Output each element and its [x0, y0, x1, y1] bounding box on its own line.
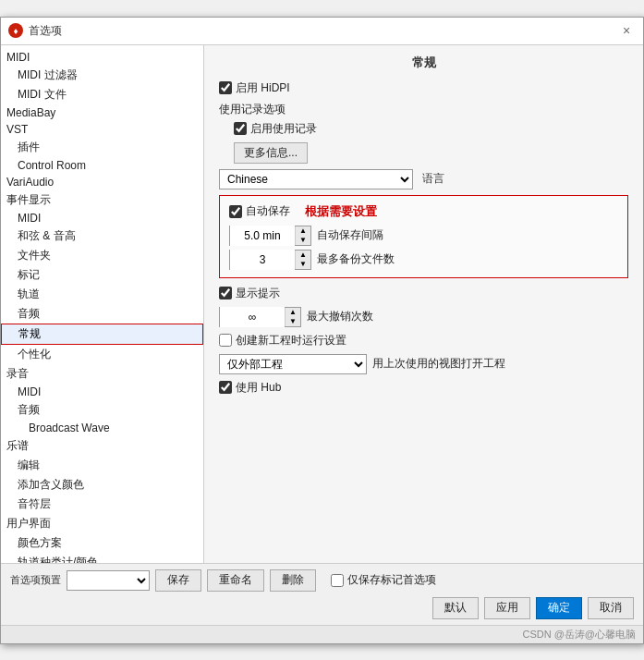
- rename-button[interactable]: 重命名: [207, 569, 264, 592]
- autosave-check-wrap: 自动保存: [229, 203, 290, 219]
- sidebar-item-symbol-layer[interactable]: 音符层: [1, 495, 203, 514]
- save-button[interactable]: 保存: [155, 569, 201, 592]
- undo-input[interactable]: ∞: [220, 307, 285, 327]
- sidebar-item-broadcast-wave[interactable]: Broadcast Wave: [1, 420, 203, 436]
- close-button[interactable]: ×: [617, 21, 636, 40]
- language-label: 语言: [422, 171, 444, 187]
- keep-label-wrap: 仅保存标记首选项: [331, 572, 436, 588]
- hidpi-checkbox[interactable]: [219, 81, 232, 94]
- sidebar: MIDIMIDI 过滤器MIDI 文件MediaBayVST插件Control …: [1, 45, 204, 563]
- autosave-files-down[interactable]: ▼: [296, 260, 310, 269]
- keep-checkbox[interactable]: [331, 574, 344, 587]
- hidpi-check-wrap: 启用 HiDPI: [219, 80, 290, 96]
- usage-section-label: 使用记录选项: [219, 102, 628, 117]
- show-hints-label: 显示提示: [236, 286, 280, 301]
- tree-container: MIDIMIDI 过滤器MIDI 文件MediaBayVST插件Control …: [1, 49, 203, 563]
- autosave-section: 自动保存 根据需要设置 5.0 min ▲ ▼ 自动保存间隔: [219, 195, 628, 278]
- sidebar-item-midi-filter[interactable]: MIDI 过滤器: [1, 66, 203, 85]
- usage-check-row: 启用使用记录: [219, 121, 628, 137]
- usage-check-wrap: 启用使用记录: [234, 121, 317, 137]
- use-hub-checkbox[interactable]: [219, 381, 232, 394]
- autosave-interval-up[interactable]: ▲: [296, 226, 310, 236]
- undo-up[interactable]: ▲: [286, 308, 300, 317]
- create-project-checkbox[interactable]: [219, 334, 232, 347]
- autosave-interval-input[interactable]: 5.0 min: [230, 226, 295, 246]
- preferences-window: ♦ 首选项 × MIDIMIDI 过滤器MIDI 文件MediaBayVST插件…: [0, 17, 644, 644]
- sidebar-item-edit-editing[interactable]: 编辑: [1, 456, 203, 475]
- sidebar-item-folder[interactable]: 文件夹: [1, 246, 203, 265]
- sidebar-item-editing[interactable]: 乐谱: [1, 436, 203, 456]
- title-bar-left: ♦ 首选项: [8, 23, 62, 39]
- autosave-interval-label: 自动保存间隔: [317, 227, 383, 243]
- undo-spinbox: ∞ ▲ ▼: [219, 307, 301, 327]
- sidebar-item-video[interactable]: 音频: [1, 304, 203, 324]
- autosave-files-input[interactable]: 3: [230, 250, 295, 270]
- create-project-row: 创建新工程时运行设置: [219, 333, 628, 348]
- sidebar-item-rec-midi[interactable]: MIDI: [1, 384, 203, 400]
- autosave-interval-spinbox: 5.0 min ▲ ▼: [229, 226, 311, 246]
- show-hints-check-wrap: 显示提示: [219, 286, 280, 301]
- more-info-row: 更多信息...: [219, 142, 628, 164]
- sidebar-item-general[interactable]: 常规: [1, 324, 203, 345]
- preset-select[interactable]: [67, 570, 150, 591]
- project-open-row: 仅外部工程 用上次使用的视图打开工程: [219, 354, 628, 374]
- ok-button[interactable]: 确定: [536, 597, 582, 619]
- undo-row: ∞ ▲ ▼ 最大撤销次数: [219, 307, 628, 327]
- default-button[interactable]: 默认: [432, 597, 479, 619]
- watermark: CSDN @岳涛@心馨电脑: [1, 625, 643, 643]
- app-icon: ♦: [8, 23, 23, 38]
- section-title: 常规: [219, 55, 628, 71]
- autosave-files-up[interactable]: ▲: [296, 251, 310, 260]
- use-hub-check-wrap: 使用 Hub: [219, 380, 281, 396]
- undo-down[interactable]: ▼: [286, 317, 300, 326]
- sidebar-item-track[interactable]: 轨道: [1, 285, 203, 304]
- more-info-button[interactable]: 更多信息...: [234, 142, 308, 164]
- use-hub-label: 使用 Hub: [236, 380, 281, 396]
- sidebar-item-user-interface[interactable]: 用户界面: [1, 514, 203, 533]
- sidebar-item-add-color[interactable]: 添加含义颜色: [1, 475, 203, 495]
- show-hints-checkbox[interactable]: [219, 287, 232, 299]
- usage-label: 启用使用记录: [250, 121, 317, 137]
- preset-row: 首选项预置 保存 重命名 删除 仅保存标记首选项: [10, 569, 634, 592]
- undo-arrows: ▲ ▼: [285, 308, 300, 326]
- autosave-files-arrows: ▲ ▼: [295, 251, 310, 269]
- hidpi-label: 启用 HiDPI: [236, 80, 290, 96]
- language-row: Chinese 语言: [219, 169, 628, 189]
- autosave-checkbox[interactable]: [229, 205, 242, 218]
- use-hub-row: 使用 Hub: [219, 380, 628, 396]
- project-open-select[interactable]: 仅外部工程: [219, 354, 367, 374]
- usage-checkbox[interactable]: [234, 122, 247, 135]
- sidebar-item-track-type-color[interactable]: 轨道种类计/颜色: [1, 553, 203, 563]
- apply-button[interactable]: 应用: [484, 597, 530, 619]
- action-row: 默认 应用 确定 取消: [10, 597, 634, 619]
- sidebar-item-control-room[interactable]: Control Room: [1, 157, 203, 174]
- sidebar-item-event-midi[interactable]: MIDI: [1, 210, 203, 226]
- hint-text: 根据需要设置: [305, 203, 377, 220]
- sidebar-item-rec-audio[interactable]: 音频: [1, 400, 203, 420]
- project-open-label: 用上次使用的视图打开工程: [372, 356, 505, 372]
- sidebar-item-midi-file[interactable]: MIDI 文件: [1, 85, 203, 104]
- delete-button[interactable]: 删除: [270, 569, 316, 592]
- preset-label: 首选项预置: [10, 573, 61, 587]
- sidebar-item-personalize[interactable]: 个性化: [1, 345, 203, 364]
- cancel-button[interactable]: 取消: [588, 597, 634, 619]
- sidebar-item-midi-root[interactable]: MIDI: [1, 49, 203, 66]
- sidebar-item-chord-pitch[interactable]: 和弦 & 音高: [1, 226, 203, 246]
- main-panel: 常规 启用 HiDPI 使用记录选项 启用使用记录 更多信息..: [204, 45, 643, 563]
- sidebar-item-variaudio[interactable]: VariAudio: [1, 174, 203, 190]
- autosave-files-row: 3 ▲ ▼ 最多备份文件数: [229, 250, 618, 270]
- title-bar: ♦ 首选项 ×: [1, 18, 643, 45]
- hidpi-row: 启用 HiDPI: [219, 80, 628, 96]
- keep-label: 仅保存标记首选项: [347, 572, 436, 588]
- autosave-files-label: 最多备份文件数: [317, 251, 395, 267]
- sidebar-item-mediabay[interactable]: MediaBay: [1, 104, 203, 121]
- sidebar-item-vst-plugin[interactable]: 插件: [1, 138, 203, 157]
- sidebar-item-marker[interactable]: 标记: [1, 265, 203, 285]
- show-hints-row: 显示提示: [219, 286, 628, 301]
- sidebar-item-color-scheme[interactable]: 颜色方案: [1, 533, 203, 553]
- sidebar-item-recording[interactable]: 录音: [1, 364, 203, 384]
- language-select[interactable]: Chinese: [219, 169, 413, 189]
- autosave-interval-down[interactable]: ▼: [296, 236, 310, 245]
- sidebar-item-event-display[interactable]: 事件显示: [1, 190, 203, 210]
- sidebar-item-vst-root[interactable]: VST: [1, 121, 203, 138]
